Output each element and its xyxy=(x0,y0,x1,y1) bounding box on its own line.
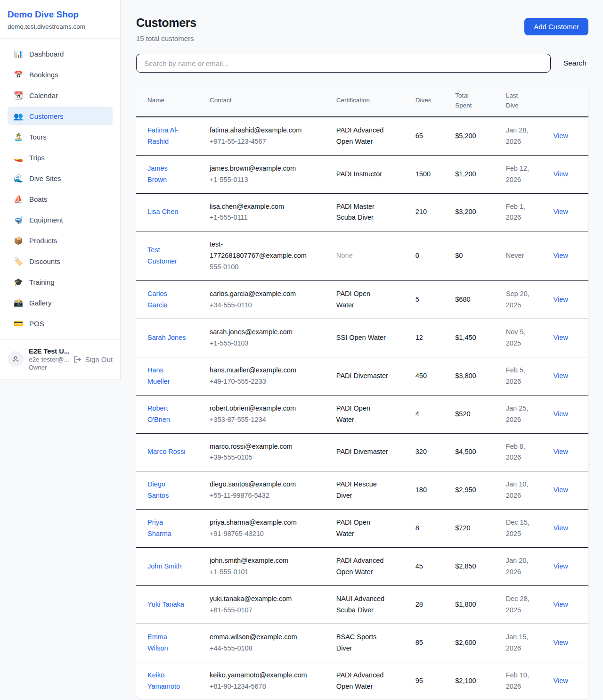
sidebar-item-boats[interactable]: ⛵ Boats xyxy=(8,189,113,208)
sidebar-item-products[interactable]: 📦 Products xyxy=(8,231,113,250)
customer-certification: PADI Advanced Open Water xyxy=(336,125,390,148)
customer-name-link[interactable]: Lisa Chen xyxy=(147,206,178,218)
sidebar-item-label: Training xyxy=(29,278,55,286)
view-link[interactable]: View xyxy=(554,334,568,341)
view-link[interactable]: View xyxy=(554,639,568,646)
sign-out-button[interactable]: Sign Out xyxy=(73,355,113,363)
customer-total-spent: $680 xyxy=(455,296,470,303)
customer-email: fatima.alrashid@example.com xyxy=(210,125,302,136)
customer-email: marco.rossi@example.com xyxy=(210,441,293,453)
view-link[interactable]: View xyxy=(554,372,568,379)
customer-last-dive: Jan 10, 2026 xyxy=(506,479,535,502)
customer-certification: SSI Open Water xyxy=(336,332,386,344)
table-row: Fatima Al-Rashid fatima.alrashid@example… xyxy=(136,117,588,155)
sidebar-item-customers[interactable]: 👥 Customers xyxy=(8,107,113,125)
customer-name-link[interactable]: John Smith xyxy=(147,561,182,572)
customer-name-link[interactable]: Keiko Yamamoto xyxy=(147,670,187,692)
view-link[interactable]: View xyxy=(554,601,568,608)
customer-last-dive: Jan 20, 2026 xyxy=(506,555,535,578)
view-link[interactable]: View xyxy=(554,296,568,303)
search-button[interactable]: Search xyxy=(562,59,588,67)
camera-icon: 📸 xyxy=(14,298,23,307)
col-header-last-dive: Last Dive xyxy=(500,85,548,117)
customer-phone: +55-11-99876-5432 xyxy=(210,490,325,502)
view-link[interactable]: View xyxy=(554,562,568,570)
sidebar-item-training[interactable]: 🎓 Training xyxy=(8,272,113,291)
customer-total-spent: $720 xyxy=(455,524,470,532)
view-link[interactable]: View xyxy=(554,486,568,494)
page-header: Customers 15 total customers Add Custome… xyxy=(136,16,588,42)
customer-name-link[interactable]: Sarah Jones xyxy=(147,332,186,344)
sidebar-item-discounts[interactable]: 🏷️ Discounts xyxy=(8,252,113,271)
customer-phone: +91-98765-43210 xyxy=(210,528,325,540)
sidebar-item-tours[interactable]: 🏝️ Tours xyxy=(8,127,113,146)
table-row: Lisa Chen lisa.chen@example.com +1-555-0… xyxy=(136,193,588,231)
view-link[interactable]: View xyxy=(554,132,568,140)
customer-name-link[interactable]: Diego Santos xyxy=(147,479,187,502)
view-link[interactable]: View xyxy=(554,448,568,455)
customer-phone: +39-555-0105 xyxy=(210,452,325,463)
table-row: Marco Rossi marco.rossi@example.com +39-… xyxy=(136,433,588,471)
sidebar-item-pos[interactable]: 💳 POS xyxy=(8,314,113,333)
customer-email: priya.sharma@example.com xyxy=(210,517,297,528)
search-input[interactable] xyxy=(136,54,551,73)
sidebar-item-calendar[interactable]: 📆 Calendar xyxy=(8,86,113,105)
page-title: Customers xyxy=(136,16,196,30)
sidebar-item-dashboard[interactable]: 📊 Dashboard xyxy=(8,44,113,63)
avatar xyxy=(8,351,24,367)
table-row: Test Customer test-1772681807767@example… xyxy=(136,231,588,281)
customer-last-dive: Sep 20, 2025 xyxy=(506,288,535,311)
customer-name-link[interactable]: Yuki Tanaka xyxy=(147,599,184,610)
bar-chart-icon: 📊 xyxy=(14,49,23,58)
customer-last-dive: Feb 10, 2026 xyxy=(506,670,535,692)
customer-certification: PADI Open Water xyxy=(336,288,390,311)
view-link[interactable]: View xyxy=(554,677,568,684)
sidebar-item-label: Products xyxy=(29,237,57,245)
customer-name-link[interactable]: Marco Rossi xyxy=(147,446,186,458)
sidebar-item-label: Equipment xyxy=(29,216,63,224)
view-link[interactable]: View xyxy=(554,252,568,259)
sidebar-item-gallery[interactable]: 📸 Gallery xyxy=(8,293,113,312)
view-link[interactable]: View xyxy=(554,410,568,418)
customer-last-dive: Jan 15, 2026 xyxy=(506,632,535,654)
add-customer-button[interactable]: Add Customer xyxy=(524,18,588,35)
customer-name-link[interactable]: Hans Mueller xyxy=(147,365,187,387)
view-link[interactable]: View xyxy=(554,524,568,532)
customer-last-dive: Feb 12, 2026 xyxy=(506,163,535,186)
customer-name-link[interactable]: Fatima Al-Rashid xyxy=(147,125,187,148)
customer-phone: +971-55-123-4567 xyxy=(210,136,325,148)
view-link[interactable]: View xyxy=(554,208,568,215)
customer-phone: +49-170-555-2233 xyxy=(210,376,325,387)
customer-phone: 555-0100 xyxy=(210,262,325,273)
sidebar-item-bookings[interactable]: 📅 Bookings xyxy=(8,65,113,84)
sidebar-header: Demo Dive Shop demo.test.divestreams.com xyxy=(0,0,120,39)
sidebar-item-label: Boats xyxy=(29,195,47,203)
customers-table-card: Name Contact Certification Dives Total S… xyxy=(136,85,588,700)
customer-name-link[interactable]: James Brown xyxy=(147,163,187,186)
sidebar-item-label: Trips xyxy=(29,154,45,162)
table-row: Priya Sharma priya.sharma@example.com +9… xyxy=(136,510,588,548)
col-header-dives: Dives xyxy=(410,85,449,117)
credit-card-icon: 💳 xyxy=(14,319,23,328)
sidebar: Demo Dive Shop demo.test.divestreams.com… xyxy=(0,0,121,380)
customer-phone: +1-555-0113 xyxy=(210,174,325,186)
sign-out-label: Sign Out xyxy=(85,355,113,363)
customer-name-link[interactable]: Test Customer xyxy=(147,245,187,267)
customer-name-link[interactable]: Robert O'Brien xyxy=(147,403,187,426)
sidebar-item-label: POS xyxy=(29,320,44,328)
customer-certification: NAUI Advanced Scuba Diver xyxy=(336,593,390,616)
customer-certification: PADI Master Scuba Diver xyxy=(336,201,390,224)
customer-name-link[interactable]: Carlos Garcia xyxy=(147,288,187,311)
customer-count: 15 total customers xyxy=(136,34,196,42)
customer-email: diego.santos@example.com xyxy=(210,479,296,490)
sidebar-item-label: Bookings xyxy=(29,71,58,79)
calendar-icon: 📆 xyxy=(14,91,23,100)
customer-dives: 65 xyxy=(416,132,423,140)
sidebar-item-trips[interactable]: 🚤 Trips xyxy=(8,148,113,167)
sidebar-item-dive-sites[interactable]: 🌊 Dive Sites xyxy=(8,169,113,188)
sidebar-item-equipment[interactable]: 🤿 Equipment xyxy=(8,210,113,229)
customer-dives: 45 xyxy=(416,562,423,570)
customer-name-link[interactable]: Emma Wilson xyxy=(147,632,187,654)
customer-name-link[interactable]: Priya Sharma xyxy=(147,517,187,540)
view-link[interactable]: View xyxy=(554,170,568,178)
